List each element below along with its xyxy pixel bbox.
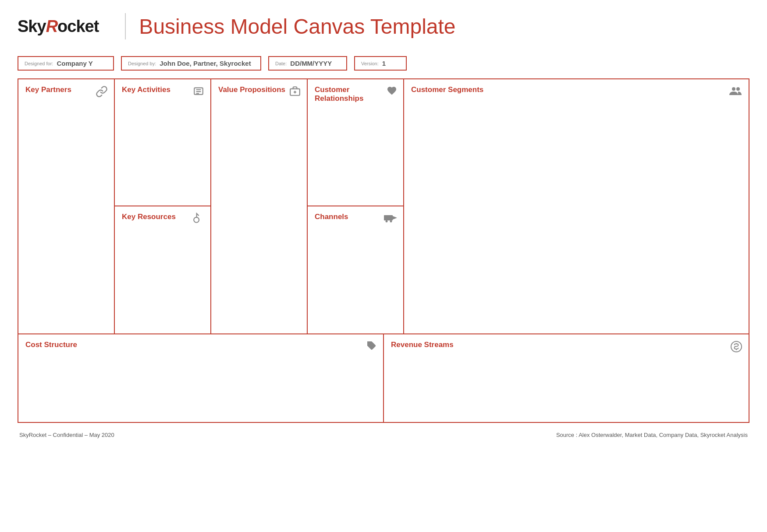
cost-structure-cell: Cost Structure <box>18 334 384 422</box>
key-resources-icon <box>193 213 204 227</box>
customer-segments-icon <box>729 85 742 99</box>
designed-for-value: Company Y <box>57 60 92 67</box>
date-box: Date: DD/MM/YYYY <box>268 56 347 71</box>
key-activities-icon <box>193 85 204 99</box>
key-activities-title: Key Activities <box>122 85 203 94</box>
key-activities-cell: Key Activities <box>115 79 210 206</box>
key-partners-title: Key Partners <box>25 85 107 94</box>
value-propositions-icon <box>289 85 301 99</box>
canvas-main: Key Partners Key Activities <box>18 79 749 334</box>
header: SkyRocket Business Model Canvas Template <box>18 9 749 48</box>
designed-by-box: Designed by: John Doe, Partner, Skyrocke… <box>121 56 261 71</box>
value-propositions-title: Value Propositions <box>218 85 300 94</box>
designed-for-box: Designed for: Company Y <box>18 56 114 71</box>
svg-point-12 <box>732 87 735 91</box>
revenue-streams-icon <box>730 340 742 355</box>
header-divider <box>125 13 126 39</box>
cost-structure-icon <box>366 340 377 354</box>
customer-segments-title: Customer Segments <box>411 85 742 94</box>
version-box: Version: 1 <box>354 56 407 71</box>
version-label: Version: <box>361 61 379 66</box>
footer-right: Source : Alex Osterwalder, Market Data, … <box>556 432 748 438</box>
activities-resources-col: Key Activities Key Resources <box>115 79 211 333</box>
designed-by-value: John Doe, Partner, Skyrocket <box>160 60 251 67</box>
cost-structure-title: Cost Structure <box>25 340 376 349</box>
canvas-bottom: Cost Structure Revenue Streams <box>18 334 749 422</box>
logo-area: SkyRocket <box>18 17 99 36</box>
designed-for-label: Designed for: <box>25 61 53 66</box>
customer-relationships-icon <box>387 85 397 99</box>
channels-cell: Channels <box>308 206 403 333</box>
page-title: Business Model Canvas Template <box>139 14 455 39</box>
channels-icon <box>384 213 397 226</box>
date-label: Date: <box>275 61 287 66</box>
key-resources-cell: Key Resources <box>115 206 210 333</box>
revenue-streams-cell: Revenue Streams <box>384 334 749 422</box>
info-bar: Designed for: Company Y Designed by: Joh… <box>18 56 749 71</box>
footer-left: SkyRocket – Confidential – May 2020 <box>19 432 114 438</box>
svg-point-4 <box>194 217 199 223</box>
svg-point-11 <box>390 220 392 223</box>
svg-point-13 <box>736 87 740 91</box>
cr-channels-col: Customer Relationships Channels <box>308 79 404 333</box>
key-partners-cell: Key Partners <box>18 79 115 333</box>
key-resources-title: Key Resources <box>122 213 203 221</box>
svg-point-10 <box>386 220 388 223</box>
key-partners-icon <box>96 85 108 100</box>
svg-rect-8 <box>384 215 393 220</box>
value-propositions-cell: Value Propositions <box>211 79 308 333</box>
canvas: Key Partners Key Activities <box>18 78 749 423</box>
customer-segments-cell: Customer Segments <box>404 79 749 333</box>
customer-relationships-title: Customer Relationships <box>315 85 396 103</box>
customer-relationships-cell: Customer Relationships <box>308 79 403 206</box>
svg-marker-9 <box>393 216 397 220</box>
revenue-streams-title: Revenue Streams <box>391 340 742 349</box>
logo: SkyRocket <box>18 17 99 36</box>
footer: SkyRocket – Confidential – May 2020 Sour… <box>18 432 749 438</box>
date-value: DD/MM/YYYY <box>290 60 332 67</box>
designed-by-label: Designed by: <box>128 61 156 66</box>
version-value: 1 <box>382 60 386 67</box>
